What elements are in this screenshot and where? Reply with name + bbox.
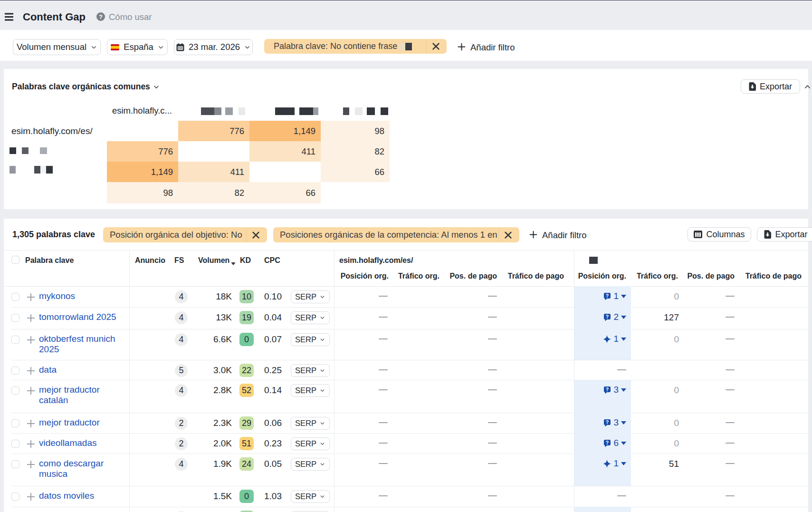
svg-text:?: ? [606,419,609,425]
svg-text:?: ? [606,293,609,299]
svg-text:?: ? [606,314,609,319]
svg-text:?: ? [606,440,609,445]
svg-text:?: ? [606,386,609,392]
